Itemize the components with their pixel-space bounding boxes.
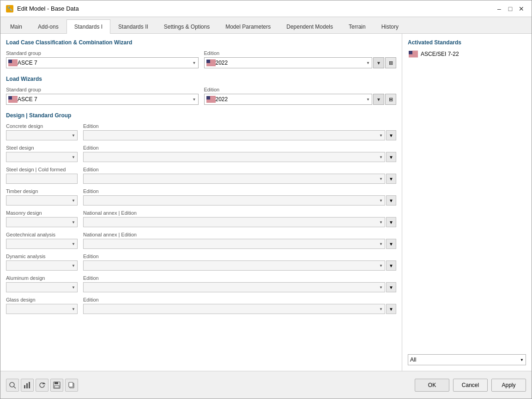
svg-rect-31 bbox=[206, 96, 210, 100]
geotechnical-select-wrapper: ▼ bbox=[6, 239, 78, 249]
filter-select[interactable]: All ▼ bbox=[408, 354, 526, 365]
tab-add-ons[interactable]: Add-ons bbox=[30, 19, 66, 34]
standard-group-arrow-2: ▼ bbox=[193, 97, 196, 102]
design-row-concrete: Concrete design ▼ Edition ▼ bbox=[6, 123, 396, 140]
standard-group-select-2[interactable]: ASCE 7 ▼ bbox=[6, 94, 199, 105]
timber-label-col: Timber design ▼ bbox=[6, 188, 78, 206]
design-row-steel-cold: Steel design | Cold formed Edition ▼ bbox=[6, 167, 396, 184]
geotechnical-edition-select[interactable]: ▼ bbox=[83, 239, 385, 249]
edition-select-1[interactable]: 2022 ▼ bbox=[204, 57, 373, 68]
svg-rect-42 bbox=[24, 385, 25, 388]
tab-standards-ii[interactable]: Standards II bbox=[110, 19, 156, 34]
timber-edition-select[interactable]: ▼ bbox=[83, 195, 385, 206]
svg-rect-20 bbox=[8, 100, 18, 100]
geotechnical-select[interactable]: ▼ bbox=[6, 239, 78, 249]
copy-toolbar-icon[interactable] bbox=[65, 379, 78, 392]
save-toolbar-icon[interactable] bbox=[50, 379, 63, 392]
svg-rect-7 bbox=[8, 60, 12, 63]
tab-settings-options[interactable]: Settings & Options bbox=[156, 19, 218, 34]
design-row-aluminum: Aluminum design ▼ Edition ▼ bbox=[6, 275, 396, 292]
filter-btn-1[interactable]: ▼ bbox=[373, 57, 384, 68]
apply-button[interactable]: Apply bbox=[491, 379, 526, 392]
masonry-filter-btn[interactable]: ▼ bbox=[386, 217, 396, 227]
timber-select[interactable]: ▼ bbox=[6, 195, 78, 206]
ok-button[interactable]: OK bbox=[415, 379, 449, 392]
steel-cold-edition-select[interactable]: ▼ bbox=[83, 174, 385, 184]
concrete-label: Concrete design bbox=[6, 123, 78, 129]
design-row-timber: Timber design ▼ Edition ▼ bbox=[6, 188, 396, 206]
search-toolbar-icon[interactable] bbox=[6, 379, 19, 392]
steel-filter-btn[interactable]: ▼ bbox=[386, 152, 396, 162]
load-wizards-row: Standard group bbox=[6, 87, 396, 105]
geotechnical-edition-label: National annex | Edition bbox=[83, 232, 396, 237]
steel-edition-select[interactable]: ▼ bbox=[83, 152, 385, 162]
standard-group-select-1[interactable]: ASCE 7 ▼ bbox=[6, 57, 199, 68]
filter-btn-2[interactable]: ▼ bbox=[373, 94, 384, 105]
standard-group-label-2: Standard group bbox=[6, 87, 199, 92]
steel-cold-edition-wrapper: ▼ ▼ bbox=[83, 174, 396, 184]
tab-history[interactable]: History bbox=[374, 19, 406, 34]
cancel-button[interactable]: Cancel bbox=[453, 379, 488, 392]
concrete-label-col: Concrete design ▼ bbox=[6, 123, 78, 140]
tab-terrain[interactable]: Terrain bbox=[341, 19, 374, 34]
tab-dependent-models[interactable]: Dependent Models bbox=[278, 19, 341, 34]
refresh-toolbar-icon[interactable] bbox=[36, 379, 48, 392]
dynamic-select-wrapper: ▼ bbox=[6, 260, 78, 271]
settings-icon-btn-2[interactable]: ⊞ bbox=[385, 94, 396, 105]
steel-cold-select[interactable] bbox=[6, 174, 78, 184]
tab-main[interactable]: Main bbox=[2, 19, 30, 34]
tab-standards-i[interactable]: Standards I bbox=[66, 19, 110, 34]
timber-edition-wrapper: ▼ ▼ bbox=[83, 195, 396, 206]
glass-filter-btn[interactable]: ▼ bbox=[386, 304, 396, 314]
dynamic-filter-btn[interactable]: ▼ bbox=[386, 260, 396, 271]
dynamic-edition-label: Edition bbox=[83, 254, 396, 259]
svg-rect-44 bbox=[29, 382, 30, 388]
masonry-select[interactable]: ▼ bbox=[6, 217, 78, 227]
masonry-edition-wrapper: ▼ ▼ bbox=[83, 217, 396, 227]
dynamic-edition-select[interactable]: ▼ bbox=[83, 260, 385, 271]
geotechnical-filter-btn[interactable]: ▼ bbox=[386, 239, 396, 249]
svg-rect-29 bbox=[206, 101, 216, 101]
steel-select[interactable]: ▼ bbox=[6, 152, 78, 162]
masonry-edition-select[interactable]: ▼ bbox=[83, 217, 385, 227]
concrete-edition-col: Edition ▼ ▼ bbox=[83, 123, 396, 140]
load-wizards-title: Load Wizards bbox=[6, 76, 396, 82]
concrete-edition-select[interactable]: ▼ bbox=[83, 130, 385, 140]
tab-model-parameters[interactable]: Model Parameters bbox=[218, 19, 278, 34]
aluminum-edition-wrapper: ▼ ▼ bbox=[83, 282, 396, 292]
glass-edition-select[interactable]: ▼ bbox=[83, 304, 385, 314]
standard-group-value-2: ASCE 7 bbox=[18, 96, 193, 103]
aluminum-filter-btn[interactable]: ▼ bbox=[386, 282, 396, 292]
settings-icon-btn-1[interactable]: ⊞ bbox=[385, 57, 396, 68]
timber-edition-col: Edition ▼ ▼ bbox=[83, 188, 396, 206]
steel-select-wrapper: ▼ bbox=[6, 152, 78, 162]
glass-select[interactable]: ▼ bbox=[6, 304, 78, 314]
edition-arrow-2: ▼ bbox=[366, 97, 370, 102]
svg-line-41 bbox=[14, 387, 16, 388]
edition-select-2[interactable]: 2022 ▼ bbox=[204, 94, 373, 105]
concrete-filter-btn[interactable]: ▼ bbox=[386, 130, 396, 140]
activated-standard-label: ASCE/SEI 7-22 bbox=[421, 51, 459, 57]
close-button[interactable]: ✕ bbox=[517, 4, 526, 13]
maximize-button[interactable]: □ bbox=[506, 4, 515, 13]
svg-rect-15 bbox=[206, 60, 210, 63]
load-wizards-section: Load Wizards Standard group bbox=[6, 76, 396, 105]
aluminum-label-col: Aluminum design ▼ bbox=[6, 275, 78, 292]
steel-cold-filter-btn[interactable]: ▼ bbox=[386, 174, 396, 184]
aluminum-edition-select[interactable]: ▼ bbox=[83, 282, 385, 292]
title-bar: 🔧 Edit Model - Base Data – □ ✕ bbox=[0, 0, 532, 17]
edition-label-2: Edition bbox=[204, 87, 397, 92]
svg-rect-36 bbox=[409, 54, 418, 55]
geotechnical-edition-wrapper: ▼ ▼ bbox=[83, 239, 396, 249]
dynamic-select[interactable]: ▼ bbox=[6, 260, 78, 271]
window-title: Edit Model - Base Data bbox=[17, 5, 79, 12]
steel-edition-col: Edition ▼ ▼ bbox=[83, 145, 396, 162]
minimize-button[interactable]: – bbox=[495, 4, 504, 13]
right-panel-bottom: All ▼ bbox=[408, 351, 526, 365]
aluminum-select[interactable]: ▼ bbox=[6, 282, 78, 292]
chart-toolbar-icon[interactable] bbox=[21, 379, 34, 392]
design-row-dynamic: Dynamic analysis ▼ Edition ▼ bbox=[6, 254, 396, 271]
timber-filter-btn[interactable]: ▼ bbox=[386, 195, 396, 206]
concrete-select[interactable]: ▼ bbox=[6, 130, 78, 140]
edition-value-1: 2022 bbox=[216, 60, 367, 66]
